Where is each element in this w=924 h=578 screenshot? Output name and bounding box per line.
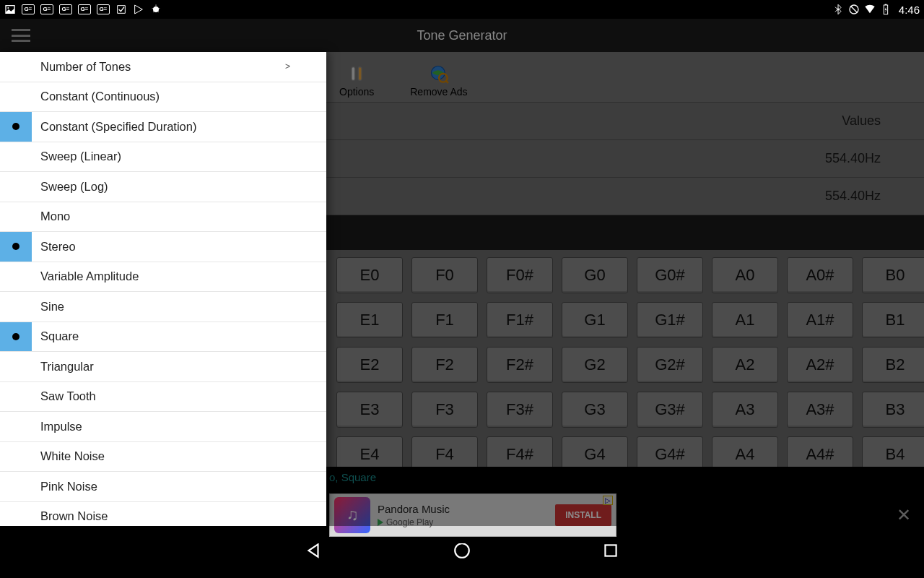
note-key-g1[interactable]: G1 <box>562 302 628 338</box>
note-key-f4[interactable]: F4 <box>411 436 478 467</box>
ad-install-button[interactable]: INSTALL <box>555 504 611 526</box>
note-key-g2-sharp[interactable]: G2# <box>637 347 703 383</box>
note-key-g3-sharp[interactable]: G3# <box>637 392 703 428</box>
nav-back-button[interactable] <box>304 541 323 563</box>
note-key-g4[interactable]: G4 <box>562 436 628 467</box>
menu-item-label: Brown Noise <box>0 509 326 523</box>
menu-item-impulse[interactable]: Impulse <box>0 412 326 442</box>
menu-item-mono[interactable]: Mono <box>0 202 326 233</box>
do-not-disturb-icon <box>848 4 860 15</box>
clock-text: 4:46 <box>899 4 920 16</box>
battery-charging-icon <box>880 4 892 15</box>
note-key-a3[interactable]: A3 <box>712 392 778 428</box>
menu-item-white-noise[interactable]: White Noise <box>0 442 326 473</box>
menu-item-label: Stereo <box>32 240 326 254</box>
menu-item-triangular[interactable]: Triangular <box>0 352 326 382</box>
ad-indicator-icon: ▷ <box>603 496 613 505</box>
notif-badge-icon: G≡ <box>59 4 72 14</box>
menu-item-pink-noise[interactable]: Pink Noise <box>0 472 326 502</box>
note-key-e2[interactable]: E2 <box>336 347 403 383</box>
note-key-f2-sharp[interactable]: F2# <box>487 347 553 383</box>
menu-selected-indicator <box>0 232 32 262</box>
note-key-b1[interactable]: B1 <box>862 302 924 338</box>
app-title-bar: Tone Generator <box>0 19 924 52</box>
options-icon <box>346 63 367 85</box>
note-key-f4-sharp[interactable]: F4# <box>487 436 553 467</box>
note-key-e1[interactable]: E1 <box>336 302 403 338</box>
note-key-f2[interactable]: F2 <box>411 347 478 383</box>
note-key-f0-sharp[interactable]: F0# <box>487 257 553 293</box>
note-key-e4[interactable]: E4 <box>336 436 403 467</box>
svg-rect-18 <box>605 545 616 556</box>
svg-rect-13 <box>358 67 362 81</box>
values-header: Values <box>842 113 881 129</box>
ad-banner[interactable]: ♫ Pandora Music Google Play INSTALL ▷ <box>329 493 616 537</box>
note-key-a3-sharp[interactable]: A3# <box>787 392 853 428</box>
note-key-b3[interactable]: B3 <box>862 392 924 428</box>
menu-item-saw-tooth[interactable]: Saw Tooth <box>0 382 326 413</box>
nav-recents-button[interactable] <box>601 541 620 563</box>
note-key-f3-sharp[interactable]: F3# <box>487 392 553 428</box>
options-button[interactable]: Options <box>339 63 374 98</box>
remove-ads-button[interactable]: Remove Ads <box>410 63 467 98</box>
note-key-a2-sharp[interactable]: A2# <box>787 347 853 383</box>
menu-item-label: Number of Tones <box>0 60 326 74</box>
menu-selected-indicator <box>0 112 32 142</box>
menu-item-square[interactable]: Square <box>0 322 326 353</box>
menu-button[interactable] <box>7 25 35 46</box>
menu-item-number-of-tones[interactable]: Number of Tones> <box>0 52 326 82</box>
menu-item-constant-continuous[interactable]: Constant (Continuous) <box>0 82 326 113</box>
note-key-b2[interactable]: B2 <box>862 347 924 383</box>
note-key-a4-sharp[interactable]: A4# <box>787 436 853 467</box>
menu-item-sweep-linear[interactable]: Sweep (Linear) <box>0 142 326 173</box>
note-key-b4[interactable]: B4 <box>862 436 924 467</box>
note-key-g0[interactable]: G0 <box>562 257 628 293</box>
menu-item-stereo[interactable]: Stereo <box>0 232 326 262</box>
remove-ads-icon <box>428 63 450 85</box>
menu-item-label: Triangular <box>0 360 326 374</box>
app-title: Tone Generator <box>417 28 507 43</box>
note-key-g2[interactable]: G2 <box>562 347 628 383</box>
android-debug-icon <box>150 4 162 15</box>
note-key-a0[interactable]: A0 <box>712 257 778 293</box>
menu-item-label: Sweep (Linear) <box>0 150 326 163</box>
ad-close-button[interactable]: ✕ <box>897 505 911 525</box>
note-key-a0-sharp[interactable]: A0# <box>787 257 853 293</box>
note-key-g0-sharp[interactable]: G0# <box>637 257 703 293</box>
ad-store: Google Play <box>378 517 555 527</box>
check-icon <box>116 4 127 15</box>
note-key-a1-sharp[interactable]: A1# <box>787 302 853 338</box>
note-key-a4[interactable]: A4 <box>712 436 778 467</box>
ad-title: Pandora Music <box>378 503 555 515</box>
note-key-a2[interactable]: A2 <box>712 347 778 383</box>
menu-item-label: Constant (Continuous) <box>0 90 326 103</box>
menu-item-label: White Noise <box>0 449 326 463</box>
menu-item-variable-amplitude[interactable]: Variable Amplitude <box>0 262 326 293</box>
menu-item-constant-specified-duration[interactable]: Constant (Specified Duration) <box>0 112 326 142</box>
menu-item-sine[interactable]: Sine <box>0 292 326 322</box>
svg-point-17 <box>455 543 469 558</box>
wifi-icon <box>864 4 876 15</box>
note-key-f0[interactable]: F0 <box>411 257 478 293</box>
note-key-b0[interactable]: B0 <box>862 257 924 293</box>
note-key-f1[interactable]: F1 <box>411 302 478 338</box>
notif-badge-icon: G≡ <box>97 4 110 14</box>
note-key-g3[interactable]: G3 <box>562 392 628 428</box>
ad-app-icon: ♫ <box>334 497 370 533</box>
freq-value-1: 554.40Hz <box>825 151 881 166</box>
notif-badge-icon: G≡ <box>22 4 35 14</box>
notif-badge-icon: G≡ <box>40 4 53 14</box>
options-label: Options <box>339 86 374 98</box>
note-key-a1[interactable]: A1 <box>712 302 778 338</box>
nav-home-button[interactable] <box>453 541 471 563</box>
note-key-e3[interactable]: E3 <box>336 392 403 428</box>
note-key-f1-sharp[interactable]: F1# <box>487 302 553 338</box>
note-key-g1-sharp[interactable]: G1# <box>637 302 703 338</box>
menu-item-brown-noise[interactable]: Brown Noise <box>0 502 326 527</box>
note-key-f3[interactable]: F3 <box>411 392 478 428</box>
note-key-g4-sharp[interactable]: G4# <box>637 436 703 467</box>
note-key-e0[interactable]: E0 <box>336 257 403 293</box>
chevron-right-icon: > <box>285 61 290 72</box>
menu-item-sweep-log[interactable]: Sweep (Log) <box>0 172 326 202</box>
menu-item-label: Sine <box>0 300 326 314</box>
